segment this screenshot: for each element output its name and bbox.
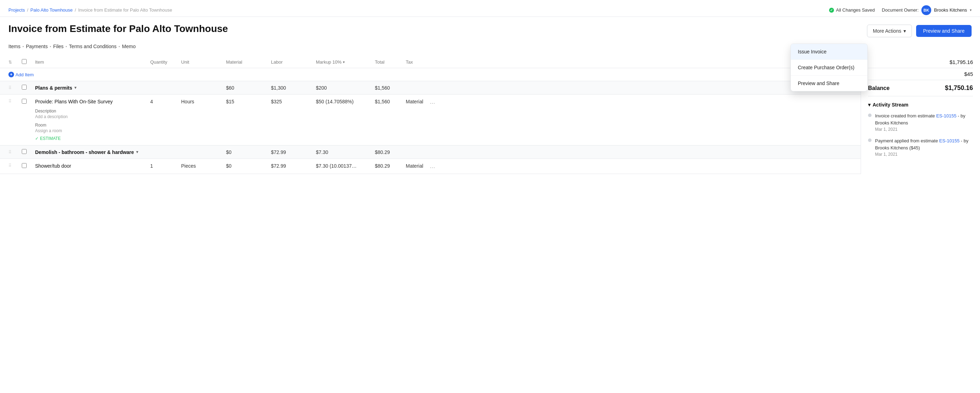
sidebar-amount-value: $1,795.16 (950, 59, 973, 65)
col-tax-header: Tax (406, 59, 427, 65)
owner-name[interactable]: Brooks Kitchens (934, 7, 967, 13)
activity-content-2: Payment applied from estimate ES-10155 -… (875, 137, 973, 157)
activity-section: ▾ Activity Stream Invoice created from e… (868, 102, 973, 157)
item-1-tax-type: Material (406, 99, 427, 104)
col-quantity-header: Quantity (150, 59, 178, 65)
room-value[interactable]: Assign a room (35, 128, 148, 133)
group-1-labor: $1,300 (271, 85, 313, 91)
group-2-material: $0 (226, 149, 268, 155)
item-1-material: $15 (226, 99, 268, 104)
description-value[interactable]: Add a description (35, 114, 148, 119)
activity-link-1[interactable]: ES-10155 (936, 113, 956, 118)
doc-owner-label: Document Owner: (882, 7, 919, 13)
group-1-checkbox[interactable] (22, 85, 27, 89)
item-2-tax-type: Material (406, 163, 427, 169)
item-1-badge: ✓ ESTIMATE (35, 136, 61, 141)
item-2-name-cell: Shower/tub door (35, 163, 148, 169)
item-1-name: Provide: Plans With On-Site Survey (35, 99, 148, 104)
group-drag-handle[interactable]: ⠿ (8, 85, 19, 90)
breadcrumb-sep-1: / (27, 7, 29, 13)
more-actions-button[interactable]: More Actions ▾ (867, 25, 912, 37)
group-row-demolish: ⠿ Demolish - bathroom - shower & hardwar… (0, 145, 861, 159)
table-header-row: ⇅ Item Quantity Unit Material Labor Mark… (0, 56, 861, 68)
col-material-header: Material (226, 59, 268, 65)
dropdown-item-create-po[interactable]: Create Purchase Order(s) (791, 60, 867, 75)
item-2-name: Shower/tub door (35, 163, 148, 169)
activity-header[interactable]: ▾ Activity Stream (868, 102, 973, 107)
item-1-checkbox-cell (22, 99, 32, 105)
activity-content-1: Invoice created from estimate ES-10155 -… (875, 112, 973, 132)
markup-dropdown-icon[interactable]: ▾ (343, 60, 345, 64)
all-saved-label: All Changes Saved (836, 7, 875, 13)
select-all-checkbox[interactable] (22, 59, 27, 64)
more-actions-caret-icon: ▾ (904, 28, 906, 34)
tab-memo[interactable]: Memo (122, 42, 136, 51)
item-1-checkbox[interactable] (22, 99, 27, 104)
tab-payments[interactable]: Payments (26, 42, 48, 51)
activity-title: Activity Stream (873, 102, 908, 107)
breadcrumb-project[interactable]: Palo Alto Townhouse (30, 7, 73, 13)
right-sidebar: $1,795.16 $45 Balance $1,750.16 ▾ Activi… (861, 51, 980, 174)
item-1-more-button[interactable]: … (430, 99, 435, 105)
group-1-caret-icon[interactable]: ▾ (75, 85, 76, 90)
sort-icon[interactable]: ⇅ (8, 60, 19, 65)
more-actions-label: More Actions (873, 28, 901, 34)
col-markup-header: Markup 10% ▾ (316, 59, 372, 65)
item-2-checkbox[interactable] (22, 163, 27, 168)
tab-files[interactable]: Files (53, 42, 64, 51)
dropdown-item-preview-share[interactable]: Preview and Share (791, 75, 867, 91)
dropdown-item-issue-invoice[interactable]: Issue Invoice (791, 44, 867, 60)
group-2-checkbox-cell (22, 149, 32, 155)
item-2-unit: Pieces (181, 163, 223, 169)
tab-terms[interactable]: Terms and Conditions (69, 42, 116, 51)
col-unit-header: Unit (181, 59, 223, 65)
breadcrumb-projects[interactable]: Projects (8, 7, 25, 13)
col-total-header: Total (375, 59, 403, 65)
item-2-drag-handle[interactable]: ⠿ (8, 163, 19, 168)
owner-caret-icon[interactable]: ▾ (970, 8, 972, 12)
sidebar-balance-row: Balance $1,750.16 (868, 80, 973, 96)
group-2-markup: $7.30 (316, 149, 372, 155)
activity-link-2[interactable]: ES-10155 (939, 138, 959, 144)
group-2-caret-icon[interactable]: ▾ (136, 150, 138, 154)
tab-items[interactable]: Items (8, 42, 21, 51)
item-2-total: $80.29 (375, 163, 403, 169)
description-label: Description (35, 109, 148, 113)
item-2-labor: $72.99 (271, 163, 313, 169)
group-2-checkbox[interactable] (22, 149, 27, 154)
item-1-total: $1,560 (375, 99, 403, 104)
group-2-labor: $72.99 (271, 149, 313, 155)
item-2-quantity: 1 (150, 163, 178, 169)
plus-icon: + (8, 72, 14, 77)
owner-avatar: BK (921, 5, 931, 15)
item-1-quantity: 4 (150, 99, 178, 104)
activity-dot-2 (868, 139, 872, 142)
group-1-markup: $200 (316, 85, 372, 91)
item-1-drag-handle[interactable]: ⠿ (8, 99, 19, 104)
more-actions-dropdown: Issue Invoice Create Purchase Order(s) P… (791, 43, 868, 91)
group-checkbox-cell (22, 85, 32, 91)
sidebar-balance-value: $1,750.16 (945, 85, 973, 92)
sidebar-payments-value: $45 (964, 71, 973, 77)
group-2-drag-handle[interactable]: ⠿ (8, 150, 19, 155)
group-1-name: Plans & permits ▾ (35, 85, 148, 91)
item-2-material: $0 (226, 163, 268, 169)
main-table-area: ⇅ Item Quantity Unit Material Labor Mark… (0, 51, 861, 174)
col-item-header: Item (35, 59, 148, 65)
item-2-more-button[interactable]: … (430, 163, 435, 169)
activity-dot-1 (868, 113, 872, 117)
item-1-markup: $50 (14.70588%) (316, 99, 372, 104)
activity-item-2: Payment applied from estimate ES-10155 -… (868, 137, 973, 157)
saved-icon (829, 8, 834, 13)
item-2-markup: $7.30 (10.00137… (316, 163, 372, 169)
breadcrumb-sep-2: / (75, 7, 76, 13)
add-item-label: Add Item (16, 72, 34, 77)
sidebar-payments-row: $45 (868, 68, 973, 80)
page-header: Invoice from Estimate for Palo Alto Town… (0, 17, 980, 37)
preview-share-button[interactable]: Preview and Share (916, 25, 972, 37)
breadcrumb: Projects / Palo Alto Townhouse / Invoice… (8, 7, 172, 13)
add-item-button[interactable]: + Add Item (8, 72, 34, 77)
sidebar-amount-row: $1,795.16 (868, 56, 973, 68)
page-title: Invoice from Estimate for Palo Alto Town… (8, 23, 228, 34)
all-saved-status: All Changes Saved (829, 7, 875, 13)
